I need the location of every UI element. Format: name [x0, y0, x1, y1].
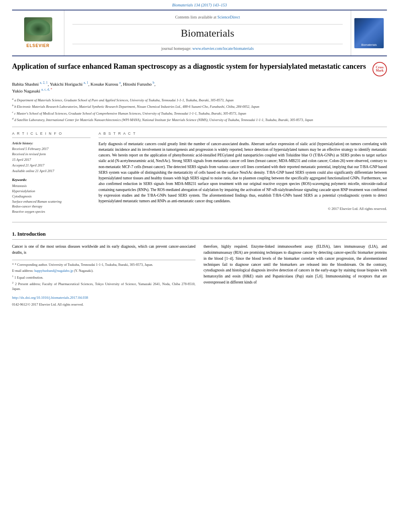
elsevier-logo-section: ELSEVIER — [12, 10, 64, 55]
homepage-line: journal homepage: www.elsevier.com/locat… — [161, 46, 254, 51]
main-divider — [12, 127, 387, 127]
affiliations: a a Department of Materials Science, Gra… — [12, 97, 387, 123]
section-divider-2 — [12, 222, 387, 222]
sciencedirect-link[interactable]: ScienceDirect — [217, 15, 240, 19]
introduction-section: 1. Introduction Cancer is one of the mos… — [12, 230, 387, 307]
author-kosuke: Kosuke Kurosu a — [90, 82, 121, 86]
footnote-email: E-mail address: happyhusband@nagalabo.jp… — [12, 269, 195, 273]
cover-label: Biomaterials — [355, 43, 383, 47]
footnote-corresponding: * * Corresponding author. University of … — [12, 263, 195, 267]
keyword-0: Metastasis — [12, 184, 90, 189]
journal-cover-image: Biomaterials — [351, 10, 387, 55]
online-item: Available online 21 April 2017 — [12, 169, 90, 174]
introduction-heading: 1. Introduction — [12, 230, 387, 240]
footnote-present: 2 2 Present address; Faculty of Pharmace… — [12, 281, 195, 292]
footnote-equal: 1 1 Equal contribution. — [12, 275, 195, 280]
cover-image: Biomaterials — [354, 18, 384, 48]
affiliation-c: c c Master's School of Medical Sciences,… — [12, 110, 387, 116]
article-info-header: A R T I C L E I N F O — [12, 131, 90, 138]
keywords-label: Keywords: — [12, 178, 90, 183]
journal-header-center: Contents lists available at ScienceDirec… — [64, 10, 351, 55]
author-hitoshi: Hitoshi Furusho b — [123, 82, 154, 86]
keyword-5: Reactive oxygen species — [12, 210, 90, 214]
copyright-line: © 2017 Elsevier Ltd. All rights reserved… — [99, 206, 387, 212]
received-item: Received 5 February 2017 — [12, 147, 90, 152]
email-link[interactable]: happyhusband@nagalabo.jp — [34, 269, 73, 273]
homepage-link[interactable]: www.elsevier.com/locate/biomaterials — [192, 46, 254, 51]
article-history: Article history: Received 5 February 201… — [12, 141, 90, 174]
journal-reference: Biomaterials 134 (2017) 143–153 — [0, 0, 399, 10]
contents-available-line: Contents lists available at ScienceDirec… — [175, 14, 240, 20]
keyword-3: Surface enhanced Raman scattering — [12, 199, 90, 204]
accepted-item: Accepted 21 April 2017 — [12, 163, 90, 168]
article-info-column: A R T I C L E I N F O Article history: R… — [12, 131, 90, 215]
keyword-1: Hypersialylation — [12, 189, 90, 194]
abstract-header: A B S T R A C T — [99, 131, 387, 138]
affiliation-a: a a Department of Materials Science, Gra… — [12, 97, 387, 103]
keywords-section: Keywords: Metastasis Hypersialylation Cy… — [12, 178, 90, 214]
author-yukio: Yukio Nagasaki a, c, d, * — [12, 88, 52, 93]
revised-date: 15 April 2017 — [12, 158, 90, 162]
affiliation-b: b b Electronic Materials Research Labora… — [12, 103, 387, 109]
doi-section: http://dx.doi.org/10.1016/j.biomaterials… — [12, 295, 195, 307]
journal-title: Biomaterials — [181, 26, 234, 41]
intro-left-col: Cancer is one of the most serious diseas… — [12, 244, 195, 307]
keyword-2: Cytodiagnosis — [12, 194, 90, 199]
crossmark-text: CrossMark — [376, 66, 384, 73]
author-babita: Babita Shashni a, 2, 1 — [12, 82, 48, 86]
revised-label: Received in revised form — [12, 152, 90, 157]
abstract-column: A B S T R A C T Early diagnosis of metas… — [99, 131, 387, 215]
history-label: Article history: — [12, 141, 90, 146]
article-title: Application of surface enhanced Raman sp… — [12, 62, 366, 71]
elsevier-label: ELSEVIER — [27, 43, 49, 49]
header-divider-top — [72, 24, 343, 25]
elsevier-tree-icon — [24, 17, 52, 41]
abstract-text: Early diagnosis of metastatic cancers co… — [99, 141, 387, 204]
header-divider-bottom — [72, 44, 343, 44]
crossmark-badge[interactable]: CrossMark — [372, 62, 387, 76]
intro-right-col: therefore, highly required. Enzyme-linke… — [204, 244, 387, 307]
keyword-4: Redox-cancer therapy — [12, 204, 90, 209]
authors-line: Babita Shashni a, 2, 1, Yukichi Horiguch… — [12, 80, 387, 94]
doi-link[interactable]: http://dx.doi.org/10.1016/j.biomaterials… — [12, 296, 88, 300]
affiliation-d: d d Satellite Laboratory, International … — [12, 117, 387, 123]
issn-line: 0142-9612/© 2017 Elsevier Ltd. All right… — [12, 302, 195, 307]
footnotes: * * Corresponding author. University of … — [12, 260, 195, 292]
author-yukichi: Yukichi Horiguchi a, 1 — [50, 82, 88, 86]
